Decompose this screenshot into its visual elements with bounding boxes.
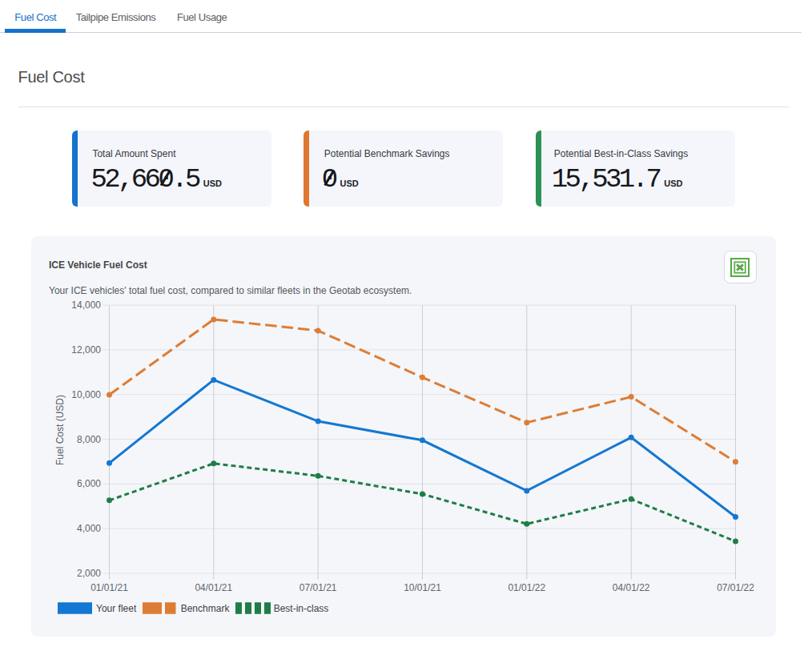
svg-text:04/01/21: 04/01/21 xyxy=(195,582,232,593)
svg-text:04/01/22: 04/01/22 xyxy=(613,582,650,593)
svg-text:4,000: 4,000 xyxy=(77,523,101,534)
svg-text:2,000: 2,000 xyxy=(77,568,101,579)
svg-text:01/01/22: 01/01/22 xyxy=(508,582,545,593)
svg-text:Best-in-class: Best-in-class xyxy=(274,603,329,614)
svg-text:07/01/22: 07/01/22 xyxy=(717,582,754,593)
svg-text:01/01/21: 01/01/21 xyxy=(90,582,128,593)
svg-text:8,000: 8,000 xyxy=(77,434,101,445)
svg-text:10,000: 10,000 xyxy=(71,389,101,400)
svg-text:Your fleet: Your fleet xyxy=(96,603,137,614)
svg-text:Benchmark: Benchmark xyxy=(181,603,231,614)
svg-text:14,000: 14,000 xyxy=(71,299,101,311)
svg-text:12,000: 12,000 xyxy=(71,344,101,356)
svg-text:6,000: 6,000 xyxy=(77,478,101,489)
svg-text:Fuel Cost (USD): Fuel Cost (USD) xyxy=(54,395,66,465)
svg-text:10/01/21: 10/01/21 xyxy=(404,582,441,593)
svg-text:07/01/21: 07/01/21 xyxy=(299,582,337,593)
